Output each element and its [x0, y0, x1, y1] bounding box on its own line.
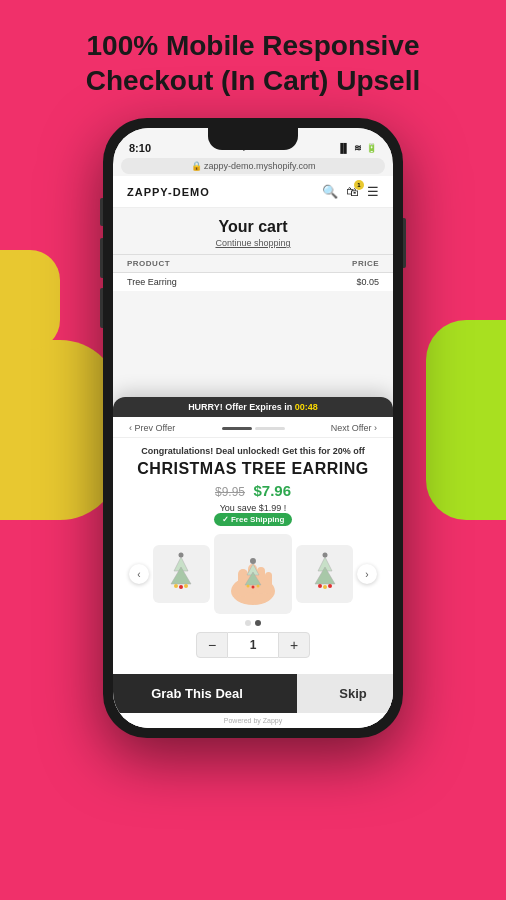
battery-icon: 🔋 [366, 143, 377, 153]
svg-marker-18 [315, 567, 335, 584]
cart-section: Your cart Continue shopping [113, 208, 393, 254]
earring-svg-1 [156, 549, 206, 599]
phone-screen: 8:10 ✈ ▐▌ ≋ 🔋 🔒 zappy-demo.myshopify.com… [113, 128, 393, 728]
phone-volume-down-button [100, 288, 103, 328]
image-dots [129, 620, 377, 626]
timer-bar: HURRY! Offer Expires in 00:48 [113, 397, 393, 417]
phone-mute-button [100, 198, 103, 226]
qty-value: 1 [228, 632, 278, 658]
phone-frame: 8:10 ✈ ▐▌ ≋ 🔋 🔒 zappy-demo.myshopify.com… [103, 118, 403, 738]
svg-point-2 [179, 553, 184, 558]
cart-product-price: $0.05 [356, 277, 379, 287]
progress-seg-2 [255, 427, 285, 430]
offer-progress [222, 427, 285, 430]
cart-title: Your cart [127, 218, 379, 236]
progress-seg-1 [222, 427, 252, 430]
discount-highlight: 20% off [333, 446, 365, 456]
url-bar: 🔒 zappy-demo.myshopify.com [121, 158, 385, 174]
prev-offer-button[interactable]: ‹ Prev Offer [129, 423, 175, 433]
status-icons: ▐▌ ≋ 🔋 [337, 143, 377, 153]
earring-svg-3 [300, 549, 350, 599]
upsell-product-name: CHRISTMAS TREE EARRING [129, 460, 377, 478]
grab-deal-button[interactable]: Grab This Deal [113, 674, 297, 713]
cart-icon[interactable]: 🛍 1 [346, 184, 359, 199]
svg-point-15 [252, 586, 255, 589]
continue-shopping-link[interactable]: Continue shopping [127, 238, 379, 248]
powered-by: Powered by Zappy [113, 713, 393, 728]
svg-point-21 [323, 585, 327, 589]
timer-value: 00:48 [295, 402, 318, 412]
upsell-content: Congratulations! Deal unlocked! Get this… [113, 438, 393, 674]
earring-hand-svg [218, 539, 288, 609]
img-dot-1 [245, 620, 251, 626]
svg-point-14 [247, 585, 250, 588]
cart-table-header: PRODUCT PRICE [113, 254, 393, 273]
img-dot-2 [255, 620, 261, 626]
svg-point-16 [257, 585, 260, 588]
cart-product-row: Tree Earring $0.05 [113, 273, 393, 291]
page-title: 100% Mobile Responsive Checkout (In Cart… [0, 0, 506, 118]
wifi-icon: ≋ [354, 143, 362, 153]
product-thumb-main[interactable] [214, 534, 292, 614]
shop-header: ZAPPY-DEMO 🔍 🛍 1 ☰ [113, 176, 393, 208]
cta-row: Grab This Deal Skip [113, 674, 393, 713]
search-icon[interactable]: 🔍 [322, 184, 338, 199]
free-shipping-badge: ✓ Free Shipping [214, 513, 293, 526]
svg-rect-10 [265, 572, 272, 594]
qty-plus-button[interactable]: + [278, 632, 310, 658]
quantity-row: − 1 + [129, 632, 377, 658]
upsell-popup: HURRY! Offer Expires in 00:48 ‹ Prev Off… [113, 397, 393, 728]
cart-badge: 1 [354, 180, 364, 190]
offer-navigation: ‹ Prev Offer Next Offer › [113, 417, 393, 438]
price-col-header: PRICE [352, 259, 379, 268]
url-text: zappy-demo.myshopify.com [204, 161, 315, 171]
phone-notch [208, 128, 298, 150]
svg-point-5 [184, 584, 188, 588]
product-thumb-1[interactable] [153, 545, 210, 603]
phone-volume-up-button [100, 238, 103, 278]
svg-point-19 [322, 553, 327, 558]
upsell-pricing: $9.95 $7.96 [129, 482, 377, 500]
timer-label: HURRY! Offer Expires in [188, 402, 292, 412]
svg-point-20 [318, 584, 322, 588]
phone-power-button [403, 218, 406, 268]
svg-marker-1 [171, 567, 191, 584]
shop-logo: ZAPPY-DEMO [127, 186, 210, 198]
menu-icon[interactable]: ☰ [367, 184, 379, 199]
lock-icon: 🔒 [191, 161, 205, 171]
cart-product-name: Tree Earring [127, 277, 177, 287]
original-price: $9.95 [215, 485, 245, 499]
svg-point-22 [328, 584, 332, 588]
skip-button[interactable]: Skip [297, 674, 393, 713]
upsell-savings: You save $1.99 ! ✓ Free Shipping [129, 503, 377, 526]
product-images-row: ‹ [129, 534, 377, 614]
powered-by-text: Powered by Zappy [224, 717, 282, 724]
shop-header-icons: 🔍 🛍 1 ☰ [322, 184, 379, 199]
svg-point-11 [250, 558, 256, 564]
svg-point-4 [179, 585, 183, 589]
image-prev-button[interactable]: ‹ [129, 564, 149, 584]
upsell-congrats: Congratulations! Deal unlocked! Get this… [129, 446, 377, 456]
product-thumb-3[interactable] [296, 545, 353, 603]
product-col-header: PRODUCT [127, 259, 170, 268]
signal-icon: ▐▌ [337, 143, 350, 153]
svg-point-3 [174, 584, 178, 588]
next-offer-button[interactable]: Next Offer › [331, 423, 377, 433]
image-next-button[interactable]: › [357, 564, 377, 584]
sale-price: $7.96 [253, 482, 291, 499]
phone-frame-wrapper: 8:10 ✈ ▐▌ ≋ 🔋 🔒 zappy-demo.myshopify.com… [0, 118, 506, 738]
status-time: 8:10 [129, 142, 151, 154]
qty-minus-button[interactable]: − [196, 632, 228, 658]
